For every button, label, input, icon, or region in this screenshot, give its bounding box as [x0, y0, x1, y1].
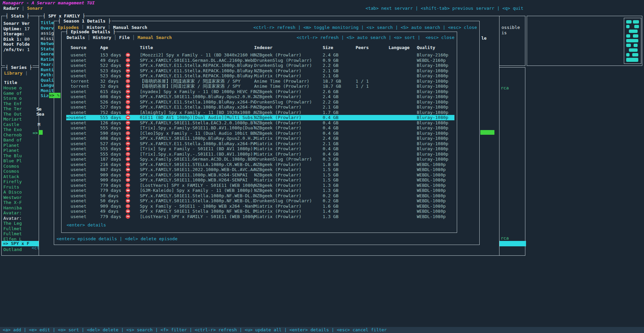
series-list-item[interactable]: Fullmet — [3, 231, 38, 237]
series-list-item[interactable]: Fullmet — [3, 226, 38, 232]
series-list-item[interactable]: Fruits — [3, 184, 38, 190]
release-row[interactable]: usenet 590 days [Cleo]Spy x Family - 11 … — [66, 131, 454, 136]
series-list-item[interactable]: The Out — [3, 112, 38, 117]
series-list-item[interactable]: The X-F — [3, 200, 38, 205]
cell-size: 0.4 GB — [323, 115, 356, 120]
series-list-item[interactable]: Westwor — [3, 195, 38, 200]
cell-size: 0.2 GB — [323, 193, 356, 199]
series-list-item[interactable]: A Disco — [3, 190, 38, 195]
release-row[interactable]: torrent 32 days 【喵萌奶茶屋】[间谍过家家 / 间谍家家酒 / … — [66, 84, 454, 89]
series-list-item[interactable]: Band of — [3, 137, 38, 143]
library-tab[interactable]: Library — [4, 71, 23, 76]
release-row[interactable]: usenet 555 days [Trix].Spy.x.Family-S01E… — [66, 125, 454, 131]
fragment-selected-season-arrow: => — [33, 130, 38, 136]
series-list-item[interactable]: Planet — [3, 143, 38, 148]
series-list-item[interactable]: Storm o — [3, 96, 38, 101]
cell-title: SPY.x.FAMILY.S01E11.German.DL.AAC.2160p.… — [140, 58, 254, 63]
release-row[interactable]: usenet 527 days SPY.x.FAMILY.E11.Stella.… — [66, 105, 454, 110]
selected-episode-chip[interactable]: => ✎ — [49, 93, 61, 98]
series-list-item[interactable]: Hanniba — [3, 205, 38, 211]
cell-quality: WEBDL-1080p — [417, 167, 454, 172]
cell-peers — [356, 63, 389, 68]
release-row[interactable]: usenet 153 days [Moozzi2] Spy x Family -… — [66, 52, 454, 58]
release-row[interactable]: usenet 523 days SPY.x.FAMILY.E11.Stella.… — [66, 73, 454, 79]
cell-source: usenet — [71, 157, 100, 162]
series-list-item[interactable]: Avatar: — [3, 210, 38, 216]
release-row[interactable]: usenet 555 days [Trix] Spy x Family - S0… — [66, 146, 454, 152]
tab-episode-history[interactable]: History — [93, 35, 111, 40]
tab-radarr[interactable]: Radarr — [3, 6, 19, 11]
release-row[interactable]: => usenet 555 days 01E11 (BD AV1 1080p)[… — [66, 115, 454, 120]
release-row[interactable]: usenet 779 days [GJM-Kaleido] Spy x Fami… — [66, 188, 454, 193]
tab-details[interactable]: Details — [67, 35, 85, 40]
release-row[interactable]: usenet 779 days [LostYears] SPY x FAMILY… — [66, 183, 454, 188]
cell-language — [389, 131, 417, 136]
release-row[interactable]: usenet 523 days SPY.x.FAMILY.E11.Stella.… — [66, 68, 454, 74]
tab-file[interactable]: File — [119, 35, 130, 40]
series-list-item[interactable]: Cosmos — [3, 164, 38, 169]
header-size[interactable]: Size — [323, 45, 356, 50]
release-row[interactable]: usenet 216 days SPY.x.FAMILY.S01E11.STEL… — [66, 162, 454, 167]
series-list-item[interactable]: Blue Pl — [3, 158, 38, 164]
cell-source: usenet — [71, 63, 100, 68]
release-row[interactable]: usenet 909 days SPY.x.FAMILY.S01E11.1080… — [66, 177, 454, 183]
cell-age: 49 days — [100, 209, 126, 214]
cell-size: 2.1 GB — [323, 73, 356, 79]
release-row[interactable]: usenet 50 days SPY.x.FAMILY.S01E11.Stell… — [66, 198, 454, 204]
header-peers[interactable]: Peers — [356, 45, 389, 50]
release-row[interactable]: usenet 49 days SPY x FAMILY S01E11 Stell… — [66, 209, 454, 214]
release-row[interactable]: usenet 187 days Spy.x.Family.S01E11.Germ… — [66, 157, 454, 162]
release-row[interactable]: usenet 526 days SPY.x.FAMILY.E11.Stella.… — [66, 99, 454, 105]
header-source[interactable]: Source — [71, 45, 100, 50]
cell-indexer: NZBgeek (Prowlarr) — [254, 52, 323, 58]
release-row[interactable]: usenet 608 days SPY.x.FAMILY.S01E11.1080… — [66, 136, 454, 141]
series-list-item[interactable]: The Blu — [3, 153, 38, 159]
release-row[interactable]: usenet 522 days SPY.x.FAMILY.E11.Stella.… — [66, 63, 454, 68]
release-row[interactable]: usenet 608 days SPY.x.FAMILY.S01E11.1080… — [66, 94, 454, 99]
release-row[interactable]: usenet 615 days [nyadex] Spy x Family - … — [66, 89, 454, 94]
tab-sonarr[interactable]: Sonarr — [27, 6, 43, 11]
series-list-item[interactable]: Castle — [3, 122, 38, 127]
header-indexer[interactable]: Indexer — [254, 45, 323, 50]
series-list-item[interactable]: The Ter — [3, 106, 38, 112]
series-list-item[interactable]: Attack — [3, 174, 38, 179]
cell-language — [389, 141, 417, 147]
cell-source: usenet — [71, 120, 100, 126]
series-list-item[interactable]: Avatar: — [3, 216, 38, 221]
series-list-item[interactable]: The Enf — [3, 101, 38, 107]
tab-season-manual-search[interactable]: Manual Search — [113, 25, 147, 30]
release-row[interactable]: usenet 779 days [LostYears] SPY x FAMILY… — [66, 214, 454, 219]
rejected-icon — [126, 84, 130, 88]
series-list-item[interactable]: Cosmos — [3, 169, 38, 174]
series-list-item[interactable]: Game of — [3, 91, 38, 96]
series-list-item[interactable]: House o — [3, 85, 38, 91]
header-language[interactable]: Language — [389, 45, 417, 50]
cell-quality: Bluray-1080p — [417, 115, 454, 120]
cell-title: SPY.x.FAMILY.S01E11.1080p.WEB.H264-SENPA… — [140, 172, 254, 178]
release-row[interactable]: usenet 49 days SPY.x.FAMILY.S01E11.Germa… — [66, 58, 454, 63]
series-list-item[interactable]: The Leg — [3, 221, 38, 226]
rejected-icon — [126, 199, 130, 203]
release-row[interactable]: usenet 887 days SPY.x.FAMILY.S01E11.2022… — [66, 167, 454, 172]
release-row[interactable]: torrent 32 days 【喵萌奶茶屋】[間諜過家家 / 間諜家家酒 / … — [66, 79, 454, 84]
cell-language — [389, 193, 417, 199]
cell-peers — [356, 73, 389, 79]
cell-quality: WEBDL-1080p — [417, 162, 454, 167]
release-row[interactable]: usenet 527 days SPY.x.FAMILY.E11.Stella.… — [66, 141, 454, 147]
release-row[interactable]: usenet 50 days SPY.x.FAMILY.S01E11.Stell… — [66, 193, 454, 199]
release-row[interactable]: usenet 909 days Spy x Family - S01E11 - … — [66, 204, 454, 209]
series-list-item[interactable]: Moriart — [3, 117, 38, 122]
release-row[interactable]: usenet 752 days [Almighty] Spy x Family … — [66, 110, 454, 115]
header-age[interactable]: Age — [100, 45, 126, 50]
cell-indexer: DrunkenSlug (Prowlarr) — [254, 157, 323, 162]
header-quality[interactable]: Quality — [417, 45, 454, 50]
tab-manual-search[interactable]: Manual Search — [137, 35, 172, 40]
cell-title: SPY.X.FAMILY.S01E11.Stella.EAC3.2.0.1080… — [140, 120, 254, 126]
series-list-item[interactable]: Firefly — [3, 179, 38, 184]
release-row[interactable]: usenet 126 days SPY.X.FAMILY.S01E11.Stel… — [66, 120, 454, 126]
release-row[interactable]: usenet 555 days [Trix].Spy.x.Family.-.S0… — [66, 152, 454, 157]
rejected-icon — [126, 162, 130, 167]
header-title[interactable]: Title — [140, 45, 254, 50]
release-row[interactable]: usenet 909 days SPY.x.FAMILY.S01E11.1080… — [66, 172, 454, 178]
series-list-item[interactable]: Planet — [3, 148, 38, 153]
